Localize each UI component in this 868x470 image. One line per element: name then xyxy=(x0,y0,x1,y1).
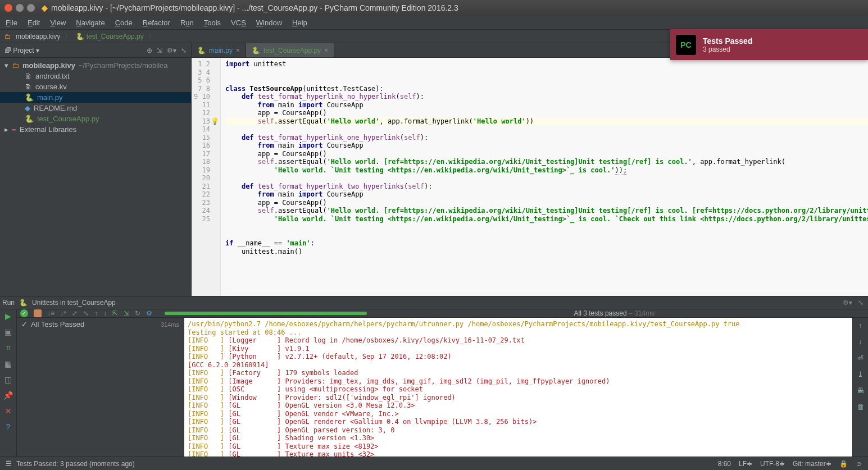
run-icon[interactable]: ▶ xyxy=(5,312,11,321)
chevron-right-icon: 〉 xyxy=(65,31,71,41)
tree-file-course[interactable]: 🗎course.kv xyxy=(0,81,191,92)
menu-refactor[interactable]: Refactor xyxy=(143,19,170,27)
tab-label: main.py xyxy=(209,47,233,54)
test-progress-bar xyxy=(165,312,367,315)
gear-icon[interactable]: ⚙▾ xyxy=(843,299,852,307)
file-label: android.txt xyxy=(35,72,70,80)
code-editor[interactable]: 1 2 3 4 5 6 7 8 9 10 11 12 13 14 15 16 1… xyxy=(192,58,868,296)
caret-position[interactable]: 8:60 xyxy=(718,460,731,468)
menu-help[interactable]: Help xyxy=(292,19,307,27)
app-icon: ◆ xyxy=(42,3,48,12)
test-tree-root[interactable]: ✓ All Tests Passed 314ms xyxy=(21,320,179,328)
close-icon[interactable]: × xyxy=(324,47,328,54)
up-icon[interactable]: ↑ xyxy=(858,321,862,330)
tab-test[interactable]: 🐍 test_CourseApp.py × xyxy=(246,43,334,57)
wrap-icon[interactable]: ⏎ xyxy=(857,354,864,362)
hide-icon[interactable]: ⤡ xyxy=(181,47,187,54)
code-content[interactable]: import unittest class TestSourceApp(unit… xyxy=(221,58,868,296)
tree-file-android[interactable]: 🗎android.txt xyxy=(0,71,191,81)
test-tree: ✓ All Tests Passed 314ms xyxy=(17,318,184,461)
project-root-label: mobileapp.kivy xyxy=(22,61,75,70)
tree-file-main[interactable]: 🐍main.py xyxy=(0,92,191,103)
console-actions: ↑ ↓ ⏎ ⤓ 🖶 🗑 xyxy=(852,318,868,461)
breadcrumb-file[interactable]: 🐍 test_CourseApp.py xyxy=(76,33,143,40)
menu-code[interactable]: Code xyxy=(115,19,133,27)
close-icon[interactable]: ✕ xyxy=(5,407,12,416)
chevron-down-icon: ▾ xyxy=(4,61,8,70)
project-root-path: ~/PycharmProjects/mobilea xyxy=(79,61,168,70)
close-icon[interactable]: × xyxy=(236,47,240,54)
import-icon[interactable]: ⇲ xyxy=(124,309,129,317)
history-icon[interactable]: ↻ xyxy=(135,309,140,317)
python-file-icon: 🐍 xyxy=(197,47,206,54)
toggle-icon[interactable] xyxy=(34,309,42,317)
stop-icon[interactable]: ▣ xyxy=(4,327,12,336)
print-icon[interactable]: 🖶 xyxy=(857,386,864,395)
tree-project-root[interactable]: ▾ 🗀 mobileapp.kivy ~/PycharmProjects/mob… xyxy=(0,60,191,71)
window-titlebar: ◆ mobileapp.kivy - [~/PycharmProjects/mo… xyxy=(0,0,868,16)
test-console-output[interactable]: /usr/bin/python2.7 /home/osboxes/pycharm… xyxy=(184,318,852,461)
scroll-icon[interactable]: ⤓ xyxy=(857,370,864,378)
export-icon[interactable]: ⇱ xyxy=(112,309,118,317)
intention-bulb-icon[interactable]: 💡 xyxy=(211,117,219,126)
sort-icon[interactable]: ↓ᵃ xyxy=(60,309,66,317)
project-view-selector[interactable]: 🗊 Project ▾ xyxy=(4,47,39,54)
notification-subtitle: 3 passed xyxy=(703,45,752,53)
file-label: test_CourseApp.py xyxy=(37,115,99,123)
hector-icon[interactable]: ☺ xyxy=(856,460,862,468)
menu-edit[interactable]: Edit xyxy=(28,19,40,27)
menu-tools[interactable]: Tools xyxy=(204,19,221,27)
debug-icon[interactable]: ⌗ xyxy=(6,343,11,353)
collapse-icon[interactable]: ⤡ xyxy=(83,309,89,317)
file-label: course.kv xyxy=(35,83,67,91)
sort-icon[interactable]: ↓≡ xyxy=(47,309,54,317)
folder-icon: 🗀 xyxy=(12,61,19,70)
lock-icon[interactable]: 🔒 xyxy=(839,460,848,468)
collapse-icon[interactable]: ⇲ xyxy=(157,47,162,54)
tree-external-libraries[interactable]: ▸ ⎓ External Libraries xyxy=(0,124,191,135)
next-icon[interactable]: ↓ xyxy=(103,309,107,317)
menu-view[interactable]: View xyxy=(50,19,66,27)
test-summary: All 3 tests passed – 314ms xyxy=(574,309,655,317)
menu-window[interactable]: Window xyxy=(256,19,282,27)
pause-icon[interactable]: ▦ xyxy=(4,359,12,368)
menu-vcs[interactable]: VCS xyxy=(231,19,246,27)
python-file-icon: 🐍 xyxy=(25,93,34,102)
hide-icon[interactable]: ⤡ xyxy=(858,299,864,307)
status-message: Tests Passed: 3 passed (moments ago) xyxy=(16,460,135,468)
prev-icon[interactable]: ↑ xyxy=(94,309,98,317)
file-encoding[interactable]: UTF-8≑ xyxy=(760,460,785,468)
window-maximize-icon[interactable] xyxy=(27,4,35,12)
pin-icon[interactable]: 📌 xyxy=(3,391,13,400)
file-icon: ◆ xyxy=(25,104,30,112)
help-icon[interactable]: ? xyxy=(6,422,11,431)
menu-file[interactable]: File xyxy=(6,19,17,27)
down-icon[interactable]: ↓ xyxy=(858,337,862,346)
notification-balloon[interactable]: PC Tests Passed 3 passed xyxy=(670,29,868,60)
libraries-icon: ⎓ xyxy=(12,125,16,134)
tree-file-test[interactable]: 🐍test_CourseApp.py xyxy=(0,113,191,124)
status-bar: ☰ Tests Passed: 3 passed (moments ago) 8… xyxy=(0,457,868,470)
run-tool-header: Run 🐍 Unittests in test_CourseApp ⚙▾ ⤡ xyxy=(0,296,868,309)
locate-icon[interactable]: ⊕ xyxy=(147,47,152,54)
layout-icon[interactable]: ◫ xyxy=(4,375,12,384)
gear-icon[interactable]: ⚙ xyxy=(146,309,152,317)
clear-icon[interactable]: 🗑 xyxy=(857,403,864,411)
menu-navigate[interactable]: Navigate xyxy=(76,19,104,27)
expand-icon[interactable]: ⤢ xyxy=(72,309,78,317)
run-config-name: Unittests in test_CourseApp xyxy=(32,299,116,307)
notification-title: Tests Passed xyxy=(703,36,752,45)
python-icon: 🐍 xyxy=(19,299,28,307)
breadcrumb-project[interactable]: mobileapp.kivy xyxy=(16,33,60,40)
git-branch[interactable]: Git: master≑ xyxy=(793,460,831,468)
tab-main[interactable]: 🐍 main.py × xyxy=(192,43,246,57)
window-close-icon[interactable] xyxy=(4,4,12,12)
tree-file-readme[interactable]: ◆README.md xyxy=(0,103,191,113)
file-icon: 🗎 xyxy=(25,83,32,91)
gear-icon[interactable]: ⚙▾ xyxy=(167,47,176,54)
line-separator[interactable]: LF≑ xyxy=(739,460,752,468)
status-icon[interactable]: ☰ xyxy=(6,460,12,468)
window-minimize-icon[interactable] xyxy=(16,4,24,12)
menu-run[interactable]: Run xyxy=(180,19,194,27)
pycharm-logo-icon: PC xyxy=(676,35,696,55)
